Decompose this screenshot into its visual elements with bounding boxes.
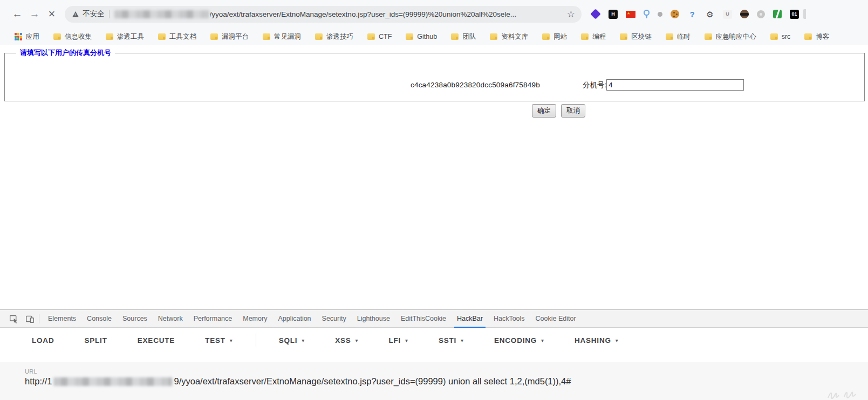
hackbar-button-label: EXECUTE xyxy=(138,336,175,344)
extension-number-label: 分机号: xyxy=(583,80,606,90)
folder-icon xyxy=(620,33,627,40)
devtools-tab[interactable]: Sources xyxy=(117,310,153,327)
mask-extension-icon[interactable] xyxy=(740,10,749,18)
confirm-button[interactable]: 确定 xyxy=(532,104,556,118)
hackbar-button-label: LFI xyxy=(388,336,401,344)
address-bar[interactable]: 不安全 /yyoa/ext/trafaxserver/ExtnoManage/s… xyxy=(65,6,582,23)
bookmark-folder-label: src xyxy=(782,33,791,40)
bookmark-folder[interactable]: 网站 xyxy=(535,32,574,42)
bookmark-folder[interactable]: 编程 xyxy=(574,32,613,42)
question-mark-extension-icon[interactable]: ? xyxy=(687,9,697,19)
md5-hash-value: c4ca4238a0b923820dcc509a6f75849b xyxy=(411,81,540,89)
devtools-tab[interactable]: HackBar xyxy=(452,310,488,327)
hackbar-button[interactable]: LOAD xyxy=(24,333,61,348)
cancel-button[interactable]: 取消 xyxy=(561,104,585,118)
bookmark-folder[interactable]: 渗透技巧 xyxy=(308,32,360,42)
hackbar-button[interactable]: HASHING ▾ xyxy=(567,333,626,348)
bookmark-folder[interactable]: src xyxy=(763,33,798,40)
hackbar-toolbar: LOAD SPLIT EXECUTE TEST ▾ xyxy=(0,328,868,353)
devtools-tab[interactable]: Cookie Editor xyxy=(530,310,582,327)
ring-extension-icon[interactable] xyxy=(658,12,662,17)
forward-button[interactable]: → xyxy=(26,5,43,23)
hackbar-button[interactable]: EXECUTE xyxy=(130,333,182,348)
bookmark-folder-label: 常见漏洞 xyxy=(274,32,301,42)
hackbar-button[interactable]: TEST ▾ xyxy=(197,333,241,348)
devtools-tab[interactable]: HackTools xyxy=(488,310,530,327)
hackbar-button[interactable]: XSS ▾ xyxy=(327,333,366,348)
devtools-tab[interactable]: Elements xyxy=(43,310,81,327)
bookmark-folder-label: CTF xyxy=(379,33,392,40)
folder-icon xyxy=(666,33,673,40)
chevron-down-icon: ▾ xyxy=(541,337,544,343)
gear-extension-icon[interactable]: ⚙ xyxy=(705,9,715,19)
bookmark-folder[interactable]: 应急响应中心 xyxy=(698,32,763,42)
bookmark-folder[interactable]: 漏洞平台 xyxy=(203,32,256,42)
address-url-text: /yyoa/ext/trafaxserver/ExtnoManage/setex… xyxy=(210,10,563,18)
extension-number-input[interactable] xyxy=(606,79,744,91)
url-payload[interactable]: http://1 9/yyoa/ext/trafaxserver/ExtnoMa… xyxy=(25,376,868,387)
bookmark-apps[interactable]: 应用 xyxy=(8,32,46,42)
fax-row: c4ca4238a0b923820dcc509a6f75849b 分机号: xyxy=(5,58,864,91)
bookmark-folder-label: 编程 xyxy=(592,32,606,42)
faint-scribble xyxy=(827,388,859,400)
inspect-element-icon[interactable] xyxy=(5,310,22,327)
stop-button[interactable]: × xyxy=(43,5,60,23)
bookmark-folder[interactable]: 团队 xyxy=(444,32,483,42)
bookmark-folder-label: Github xyxy=(417,33,437,40)
redacted-host xyxy=(53,377,172,386)
bookmark-folder[interactable]: Github xyxy=(399,33,444,40)
pin-extension-icon[interactable] xyxy=(644,10,650,16)
folder-icon xyxy=(451,33,459,40)
gray-globe-extension-icon[interactable] xyxy=(757,10,765,18)
devtools-tab[interactable]: Performance xyxy=(188,310,238,327)
devtools-tab[interactable]: Security xyxy=(317,310,352,327)
device-toolbar-icon[interactable] xyxy=(22,310,38,327)
redacted-host xyxy=(114,10,209,18)
toolbar-divider xyxy=(256,333,256,347)
extensions-area: H ★ ? ⚙ xyxy=(591,9,799,19)
binary-01-extension-icon[interactable]: 01 xyxy=(790,10,799,19)
bookmark-folder[interactable]: 工具文档 xyxy=(151,32,203,42)
green-extension-icon[interactable] xyxy=(773,10,782,18)
bookmark-folder[interactable]: CTF xyxy=(360,33,399,40)
bookmark-folder-label: 区块链 xyxy=(631,32,652,42)
china-flag-extension-icon[interactable]: ★ xyxy=(626,11,635,18)
devtools-tab[interactable]: Network xyxy=(153,310,188,327)
folder-icon xyxy=(705,33,712,40)
bookmark-folder-label: 应急响应中心 xyxy=(716,32,756,42)
back-button[interactable]: ← xyxy=(9,5,26,23)
devtools-tab[interactable]: Lighthouse xyxy=(352,310,395,327)
chevron-down-icon: ▾ xyxy=(405,337,408,343)
bookmark-folder-label: 博客 xyxy=(816,32,829,42)
devtools-tab[interactable]: Memory xyxy=(237,310,272,327)
folder-icon xyxy=(770,33,778,40)
bookmark-folder[interactable]: 博客 xyxy=(797,32,836,42)
bookmark-folder[interactable]: 区块链 xyxy=(613,32,659,42)
devtools-tab[interactable]: Application xyxy=(272,310,316,327)
url-prefix: http://1 xyxy=(25,376,52,387)
hackbar-button[interactable]: ENCODING ▾ xyxy=(487,333,552,348)
purple-diamond-extension-icon[interactable] xyxy=(590,9,601,19)
devtools-tab[interactable]: Console xyxy=(81,310,117,327)
h-letter-extension-icon[interactable]: H xyxy=(609,10,618,19)
hackbar-button[interactable]: SSTI ▾ xyxy=(431,333,471,348)
uf-extension-icon[interactable]: U xyxy=(723,10,732,19)
cookie-extension-icon[interactable] xyxy=(671,10,679,18)
hackbar-button[interactable]: SPLIT xyxy=(77,333,114,348)
apps-grid-icon xyxy=(15,33,22,40)
bookmark-folder[interactable]: 临时 xyxy=(659,32,698,42)
folder-icon xyxy=(315,33,323,40)
hackbar-button[interactable]: LFI ▾ xyxy=(381,333,415,348)
bookmark-folder[interactable]: 渗透工具 xyxy=(99,32,151,42)
bookmark-folder[interactable]: 资料文库 xyxy=(483,32,535,42)
hackbar-button[interactable]: SQLI ▾ xyxy=(271,333,313,348)
bookmark-star-icon[interactable]: ☆ xyxy=(567,9,575,20)
bookmark-folder[interactable]: 常见漏洞 xyxy=(256,32,308,42)
back-icon: ← xyxy=(12,8,23,20)
devtools-tab[interactable]: EditThisCookie xyxy=(395,310,452,327)
bookmark-apps-label: 应用 xyxy=(26,32,39,42)
bookmark-folder[interactable]: 信息收集 xyxy=(46,32,99,42)
bookmarks-bar: 应用 信息收集 渗透工具 工具文档 漏洞平台 xyxy=(0,28,868,45)
hackbar-button-label: SQLI xyxy=(279,336,298,344)
chevron-down-icon: ▾ xyxy=(461,337,464,343)
